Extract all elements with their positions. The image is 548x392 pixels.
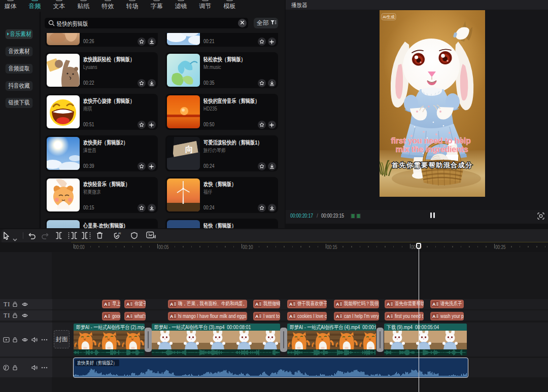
svg-text:A: A	[336, 302, 339, 306]
svg-text:A: A	[387, 302, 390, 306]
svg-text:A: A	[126, 314, 130, 318]
svg-text:A: A	[255, 302, 259, 306]
svg-text:A: A	[289, 314, 293, 318]
svg-text:向: 向	[185, 145, 193, 154]
svg-text:mix the ingredients: mix the ingredients	[395, 145, 468, 154]
svg-text:A: A	[255, 314, 259, 318]
svg-text:A: A	[387, 314, 390, 318]
svg-text:AI: AI	[118, 232, 121, 235]
svg-text:首先你需要帮助混合成分: 首先你需要帮助混合成分	[391, 161, 473, 169]
svg-text:A: A	[104, 302, 108, 306]
svg-text:A: A	[104, 314, 108, 318]
svg-text:AI生成: AI生成	[383, 15, 395, 19]
svg-text:A: A	[432, 314, 436, 318]
svg-text:A: A	[336, 314, 339, 318]
svg-text:A: A	[289, 302, 293, 306]
svg-text:A: A	[432, 302, 436, 306]
svg-text:A: A	[126, 302, 130, 306]
svg-text:A: A	[170, 302, 174, 306]
svg-text:A: A	[170, 314, 174, 318]
svg-text:first you need to help: first you need to help	[391, 136, 471, 145]
